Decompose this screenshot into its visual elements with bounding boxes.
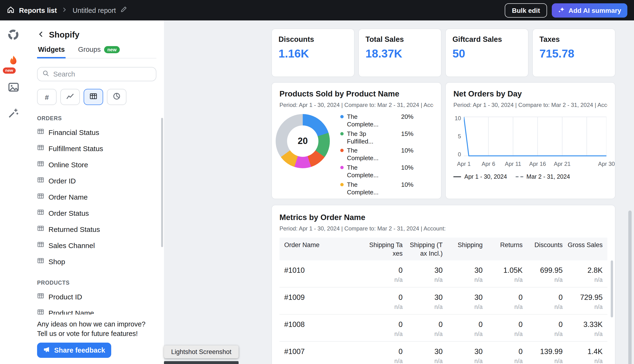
y-tick-label: 0 bbox=[454, 151, 461, 158]
table-column-header: Shipping bbox=[448, 241, 483, 258]
solid-line-marker bbox=[454, 176, 461, 177]
table-cell: 0n/a bbox=[407, 320, 442, 338]
table-row: #1007 0n/a 30n/a 30n/a 0n/a 139.99n/a 1.… bbox=[280, 342, 608, 364]
back-chevron-icon[interactable] bbox=[37, 30, 45, 40]
sidebar-widget-item[interactable]: Financial Status bbox=[37, 124, 156, 140]
net-orders-widget[interactable]: Net Orders by Day Period: Apr 1 - 30, 20… bbox=[445, 82, 616, 199]
sidebar-widget-item[interactable]: Returned Status bbox=[37, 221, 156, 237]
tab-widgets[interactable]: Widgets bbox=[37, 46, 66, 58]
search-box[interactable] bbox=[37, 67, 156, 81]
sparkle-icon bbox=[558, 6, 565, 14]
table-cell: 2.8Kn/a bbox=[568, 266, 603, 283]
table-cell: 1.05Kn/a bbox=[488, 266, 522, 283]
table-column-header: Order Name bbox=[284, 241, 363, 258]
report-canvas: Discounts 1.16K Total Sales 18.37K Giftc… bbox=[164, 20, 634, 364]
table-cell: 1.4Kn/a bbox=[568, 347, 603, 364]
legend-label-line2: Complete... bbox=[347, 155, 378, 162]
page-scrollbar-thumb[interactable] bbox=[628, 210, 632, 364]
legend-dot bbox=[340, 183, 344, 186]
table-column-header: Discounts bbox=[527, 241, 562, 258]
table-scrollbar-thumb[interactable] bbox=[611, 260, 613, 318]
icon-rail: new bbox=[0, 20, 26, 364]
legend-dot bbox=[340, 115, 344, 118]
table-cell: 30n/a bbox=[448, 347, 483, 364]
sidebar-widget-item[interactable]: Order ID bbox=[37, 172, 156, 189]
products-section-label: PRODUCTS bbox=[37, 280, 156, 286]
table-column-header: Returns bbox=[488, 241, 522, 258]
legend-label: The Complete... bbox=[347, 164, 398, 179]
magic-wand-icon bbox=[8, 108, 19, 121]
sidebar-widget-item[interactable]: Online Store bbox=[37, 156, 156, 172]
share-feedback-button[interactable]: Share feedback bbox=[37, 342, 111, 358]
sidebar-scrollbar-thumb[interactable] bbox=[161, 118, 163, 247]
kpi-row: Discounts 1.16K Total Sales 18.37K Giftc… bbox=[271, 28, 616, 77]
table-cell: 0n/a bbox=[527, 293, 562, 310]
table-grid-icon bbox=[37, 241, 44, 250]
pie-chart-icon bbox=[113, 92, 121, 102]
table-grid-icon bbox=[37, 208, 44, 217]
sidebar-widget-item[interactable]: Order Status bbox=[37, 205, 156, 221]
table-grid-icon bbox=[37, 257, 44, 266]
legend-label-line1: The bbox=[347, 113, 358, 120]
megaphone-icon bbox=[43, 346, 50, 354]
kpi-value: 715.78 bbox=[540, 47, 608, 60]
table-body: #1010 0n/a 30n/a 30n/a 1.05Kn/a 699.95n/… bbox=[280, 260, 608, 364]
products-sold-widget[interactable]: Products Sold by Product Name Period: Ap… bbox=[271, 82, 442, 199]
legend-entry-current: Apr 1 - 30, 2024 bbox=[454, 174, 507, 180]
table-column-header: Gross Sales bbox=[568, 241, 603, 258]
rail-magic-item[interactable] bbox=[7, 108, 20, 121]
tab-groups[interactable]: Groups new bbox=[77, 46, 121, 58]
sidebar-widget-item[interactable]: Product ID bbox=[37, 288, 156, 304]
sidebar-widget-item[interactable]: Sales Channel bbox=[37, 237, 156, 253]
table-grid-icon bbox=[37, 160, 44, 169]
table-grid-icon bbox=[37, 292, 44, 301]
legend-entry-compare: Mar 2 - 31, 2024 bbox=[516, 174, 570, 180]
widget-type-pie-chart-button[interactable] bbox=[107, 89, 126, 105]
table-row: #1010 0n/a 30n/a 30n/a 1.05Kn/a 699.95n/… bbox=[280, 260, 608, 288]
sidebar-widget-item-label: Order ID bbox=[48, 176, 76, 184]
legend-percent: 10% bbox=[401, 147, 414, 162]
widget-period: Period: Apr 1 - 30, 2024 | Compare to: M… bbox=[280, 225, 608, 232]
kpi-card[interactable]: Giftcard Sales 50 bbox=[445, 28, 528, 77]
order-name-cell: #1008 bbox=[284, 320, 363, 329]
search-input[interactable] bbox=[53, 70, 151, 78]
kpi-card[interactable]: Discounts 1.16K bbox=[271, 28, 354, 77]
legend-item: The Complete... 10% bbox=[340, 147, 414, 162]
sidebar-widget-item[interactable]: Fulfillment Status bbox=[37, 140, 156, 156]
sidebar-widget-item[interactable]: Order Name bbox=[37, 189, 156, 205]
sidebar-title: Shopify bbox=[49, 30, 79, 40]
add-ai-summary-button[interactable]: Add AI summary bbox=[552, 3, 627, 17]
donut-legend: The Complete... 20% The 3p Fulfilled... bbox=[340, 113, 414, 196]
kpi-value: 1.16K bbox=[278, 47, 348, 60]
widget-type-number-button[interactable]: # bbox=[37, 89, 56, 105]
table-header-row: Order Name Shipping Taxes Shipping (Tax … bbox=[280, 238, 608, 260]
table-cell: 0n/a bbox=[488, 320, 522, 338]
widget-type-line-chart-button[interactable] bbox=[60, 89, 80, 105]
edit-pencil-icon[interactable] bbox=[120, 6, 127, 15]
chevron-right-icon bbox=[61, 6, 68, 14]
sidebar-panel: Shopify Widgets Groups new # bbox=[26, 20, 164, 364]
kpi-value: 50 bbox=[452, 47, 521, 60]
breadcrumb-reports-list[interactable]: Reports list bbox=[7, 6, 57, 15]
report-title[interactable]: Untitled report bbox=[73, 6, 116, 14]
rail-new-widgets-item[interactable]: new bbox=[7, 55, 20, 68]
legend-label: The Complete... bbox=[347, 113, 398, 128]
kpi-card[interactable]: Total Sales 18.37K bbox=[358, 28, 442, 77]
kpi-card[interactable]: Taxes 715.78 bbox=[532, 28, 616, 77]
table-column-header: Shipping (Tax Incl.) bbox=[407, 241, 442, 258]
rail-images-item[interactable] bbox=[7, 81, 20, 94]
legend-label-line2: Complete... bbox=[347, 172, 378, 179]
lightshot-toolbar-edge bbox=[164, 361, 238, 364]
rail-widgets-item[interactable] bbox=[7, 29, 20, 42]
sidebar-widget-item-label: Product ID bbox=[48, 292, 82, 300]
sidebar-widget-item[interactable]: Shop bbox=[37, 253, 156, 270]
top-bar: Reports list Untitled report Bulk edit A… bbox=[0, 0, 634, 20]
widget-type-table-button[interactable] bbox=[84, 89, 103, 105]
tab-widgets-label: Widgets bbox=[38, 46, 65, 53]
table-cell: 30n/a bbox=[448, 293, 483, 310]
legend-label-line1: The 3p bbox=[347, 130, 366, 137]
metrics-table-widget[interactable]: Metrics by Order Name Period: Apr 1 - 30… bbox=[271, 205, 616, 364]
legend-label-line2: Complete... bbox=[347, 121, 378, 128]
feedback-line1: Any ideas on how we can improve? bbox=[37, 320, 156, 329]
bulk-edit-button[interactable]: Bulk edit bbox=[505, 3, 547, 17]
